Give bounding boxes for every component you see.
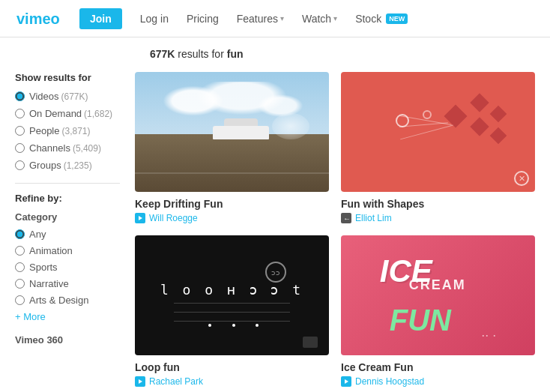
filter-groups[interactable]: Groups (1,235) — [15, 160, 120, 171]
car-shape — [213, 118, 269, 139]
results-header: 677K results for fun — [0, 37, 550, 60]
diamond-2 — [470, 93, 489, 112]
car-smoke — [272, 113, 309, 139]
watch-chevron-icon: ▾ — [333, 14, 337, 22]
diamond-4 — [490, 106, 507, 123]
cat-animation[interactable]: Animation — [15, 245, 120, 256]
cat-arts-design-radio[interactable] — [15, 295, 25, 305]
ice-drops: ·· · — [481, 328, 496, 343]
cat-narrative-radio[interactable] — [15, 279, 25, 289]
more-categories-link[interactable]: + More — [15, 311, 120, 322]
vimeo-logo[interactable]: vimeo — [15, 8, 67, 29]
refine-title: Refine by: — [15, 193, 120, 204]
video-card-loop[interactable]: ↄↄ l o o ʜ ↄ ↄ t — [135, 235, 329, 387]
video-title-loop: Loop fun — [135, 361, 329, 373]
shapes-scene: ✕ — [341, 72, 535, 192]
sidebar-divider — [15, 183, 120, 184]
line-3 — [400, 125, 453, 140]
loop-text: l o o ʜ ↄ ↄ t — [160, 282, 303, 298]
search-query: fun — [227, 48, 244, 60]
icecream-scene: ICE CREAM FUN ·· · — [341, 235, 535, 355]
nav-features[interactable]: Features ▾ — [228, 0, 293, 37]
show-results-title: Show results for — [15, 72, 120, 83]
svg-text:vimeo: vimeo — [16, 10, 60, 27]
arrow-author-icon: ← — [341, 213, 351, 223]
cat-animation-radio[interactable] — [15, 246, 25, 256]
content-area: Show results for Videos (677K) On Demand… — [0, 60, 550, 392]
loop-line-3 — [174, 321, 290, 322]
vimeo-author-icon — [135, 213, 145, 223]
video-grid: Keep Drifting Fun Will Roegge — [135, 72, 535, 387]
car-body — [213, 126, 269, 139]
nav-links: Log in Pricing Features ▾ Watch ▾ Stock … — [131, 0, 417, 37]
cat-sports-radio[interactable] — [15, 262, 25, 272]
loop-scene: ↄↄ l o o ʜ ↄ ↄ t — [135, 235, 329, 355]
video-author-icecream: Dennis Hoogstad — [341, 376, 535, 387]
results-count: 677K — [150, 48, 175, 60]
loop-line-2 — [174, 312, 290, 313]
filter-group: Videos (677K) On Demand (1,682) People (… — [15, 91, 120, 171]
cat-narrative[interactable]: Narrative — [15, 278, 120, 289]
loop-line-1 — [174, 303, 290, 304]
video-card-icecream[interactable]: ICE CREAM FUN ·· · Ice Cream Fun Dennis … — [341, 235, 535, 387]
close-icon-overlay: ✕ — [514, 171, 529, 186]
ice-text-fun: FUN — [390, 304, 451, 337]
nav-pricing[interactable]: Pricing — [178, 0, 228, 37]
cat-arts-design[interactable]: Arts & Design — [15, 295, 120, 306]
filter-videos-radio[interactable] — [15, 91, 25, 101]
video-thumb-drift — [135, 72, 329, 192]
loop-dot-1 — [208, 324, 211, 327]
page: vimeo Join Log in Pricing Features ▾ Wat… — [0, 0, 550, 392]
nav-watch[interactable]: Watch ▾ — [293, 0, 346, 37]
video-thumb-shapes: ✕ — [341, 72, 535, 192]
svg-text:←: ← — [343, 214, 351, 223]
video-author-loop: Rachael Park — [135, 376, 329, 387]
filter-people[interactable]: People (3,871) — [15, 125, 120, 136]
cat-any[interactable]: Any — [15, 229, 120, 240]
filter-groups-radio[interactable] — [15, 160, 25, 170]
loop-dot-2 — [232, 324, 235, 327]
filter-people-radio[interactable] — [15, 126, 25, 136]
cat-sports[interactable]: Sports — [15, 262, 120, 273]
filter-on-demand[interactable]: On Demand (1,682) — [15, 108, 120, 119]
diamond-5 — [490, 127, 507, 144]
category-group: Any Animation Sports Narrative Arts & De… — [15, 229, 120, 306]
video-title-shapes: Fun with Shapes — [341, 198, 535, 210]
join-button[interactable]: Join — [79, 8, 122, 29]
results-label: results for — [178, 48, 226, 60]
video-thumb-loop: ↄↄ l o o ʜ ↄ ↄ t — [135, 235, 329, 355]
loop-lines — [174, 303, 290, 325]
main-content: Keep Drifting Fun Will Roegge — [135, 72, 535, 387]
stock-new-badge: NEW — [386, 13, 408, 24]
filter-on-demand-radio[interactable] — [15, 109, 25, 118]
video-author-shapes: ← Elliot Lim — [341, 213, 535, 223]
ground — [135, 134, 329, 192]
filter-channels[interactable]: Channels (5,409) — [15, 142, 120, 154]
sidebar: Show results for Videos (677K) On Demand… — [15, 72, 135, 387]
filter-videos[interactable]: Videos (677K) — [15, 91, 120, 102]
drift-scene — [135, 72, 329, 192]
video-author-drift: Will Roegge — [135, 213, 329, 223]
ice-text-cream: CREAM — [409, 277, 466, 293]
video-card-shapes[interactable]: ✕ Fun with Shapes ← Elliot Lim — [341, 72, 535, 223]
nav-login[interactable]: Log in — [131, 0, 178, 37]
features-chevron-icon: ▾ — [280, 14, 284, 22]
video-thumb-icecream: ICE CREAM FUN ·· · — [341, 235, 535, 355]
video-title-icecream: Ice Cream Fun — [341, 361, 535, 373]
vimeo360-label[interactable]: Vimeo 360 — [15, 334, 120, 346]
video-title-drift: Keep Drifting Fun — [135, 198, 329, 210]
circle-2 — [423, 110, 432, 119]
vimeo-author-icon-loop — [135, 376, 145, 387]
nav-stock[interactable]: Stock NEW — [346, 0, 417, 37]
filter-channels-radio[interactable] — [15, 143, 25, 153]
scroll-indicator — [303, 337, 318, 348]
loop-circle: ↄↄ — [265, 262, 286, 283]
loop-dot-3 — [256, 324, 259, 327]
navbar: vimeo Join Log in Pricing Features ▾ Wat… — [0, 0, 550, 37]
category-title: Category — [15, 211, 120, 223]
video-card-drift[interactable]: Keep Drifting Fun Will Roegge — [135, 72, 329, 223]
diamond-3 — [470, 117, 489, 136]
track-line — [135, 172, 329, 174]
vimeo-author-icon-icecream — [341, 376, 351, 387]
cat-any-radio[interactable] — [15, 229, 25, 239]
